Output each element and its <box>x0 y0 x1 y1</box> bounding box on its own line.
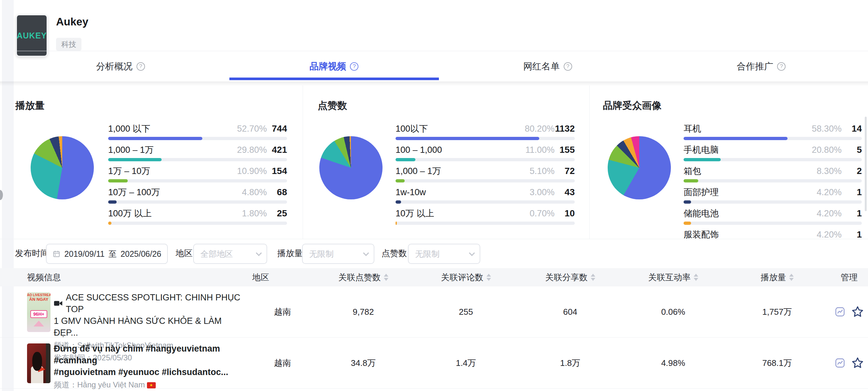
video-title[interactable]: ACE SUCCESS SPOTLIGHT: CHINH PHỤC TOP <box>54 292 241 315</box>
range-percent: 10.90% <box>237 166 267 177</box>
sort-icon[interactable] <box>694 274 698 281</box>
panel-brand-audience: 品牌受众画像 耳机 58.30% 14 手机电脑 20.80% 5 箱包 8.3… <box>590 85 868 239</box>
sort-icon[interactable] <box>384 274 389 281</box>
range-count: 72 <box>565 166 575 177</box>
chevron-down-icon <box>256 250 261 256</box>
panel-title: 播放量 <box>15 99 44 113</box>
sort-icon[interactable] <box>487 274 491 281</box>
range-count: 43 <box>565 187 575 198</box>
category-label: 面部护理 <box>684 187 719 198</box>
video-title-line2[interactable]: 1 GMV NGÀNH HÀNG SỨC KHỎE & LÀM ĐẸP... <box>54 315 241 338</box>
header-shares[interactable]: 关联分享数 <box>518 272 622 283</box>
tab-analysis-overview[interactable]: 分析概况 ? <box>14 51 227 82</box>
video-thumbnail[interactable]: ÀO LIVESTREA ĂN NGAY 96H+ <box>27 292 51 332</box>
video-title-line2[interactable]: #nguoivietnam #yeunuoc #lichsudantoc... <box>54 366 241 378</box>
header-region: 地区 <box>241 272 313 283</box>
header-likes[interactable]: 关联点赞数 <box>313 272 414 283</box>
sort-icon[interactable] <box>591 274 595 281</box>
category-percent: 20.80% <box>812 144 842 155</box>
brand-name: Aukey <box>56 16 88 28</box>
video-thumbnail[interactable] <box>27 343 51 383</box>
date-range-input[interactable]: 2019/09/11 至 2025/06/26 <box>46 244 168 264</box>
thumbnail-badge: 96H+ <box>30 310 47 318</box>
audience-pie-chart <box>608 136 671 200</box>
header-plays[interactable]: 播放量 <box>724 272 830 283</box>
video-channel-line: 频道：Hằng yêu Việt Nam★ <box>54 379 241 390</box>
charts-section: 播放量 1,000 以下 52.70% 744 1,000 – 1万 29.80… <box>0 85 868 239</box>
distribution-row: 100 – 1,000 11.00% 155 <box>396 144 575 164</box>
brand-logo-text: AUKEY <box>17 31 47 40</box>
video-table: 视频信息 地区 关联点赞数 关联评论数 关联分享数 关联互动率 播放量 管理 À… <box>0 268 868 389</box>
bar-track <box>684 179 862 182</box>
region-select[interactable]: 全部地区 <box>193 244 267 264</box>
help-icon[interactable]: ? <box>564 62 572 71</box>
bar-fill <box>108 221 112 225</box>
sort-icon[interactable] <box>789 274 794 281</box>
distribution-row: 1,000 – 1万 5.10% 72 <box>396 166 575 186</box>
bar-fill <box>396 179 405 182</box>
range-percent: 29.80% <box>237 144 267 155</box>
play-volume-pie-chart <box>31 136 94 200</box>
plays-select-value: 无限制 <box>309 249 334 259</box>
bar-track <box>108 158 287 161</box>
range-percent: 0.70% <box>529 208 555 219</box>
bar-track <box>684 200 862 204</box>
range-label: 1,000 – 1万 <box>396 166 441 177</box>
distribution-row: 耳机 58.30% 14 <box>684 123 862 143</box>
category-count: 2 <box>857 166 862 177</box>
header-comments[interactable]: 关联评论数 <box>414 272 518 283</box>
range-label: 10万 – 100万 <box>108 187 160 198</box>
bar-fill <box>396 221 397 225</box>
bar-track <box>684 221 862 225</box>
bar-fill <box>396 200 401 204</box>
likes-filter-label: 点赞数 <box>381 248 407 259</box>
help-icon[interactable]: ? <box>136 62 145 71</box>
video-info-cell: ÀO LIVESTREA ĂN NGAY 96H+ ACE SUCCESS SP… <box>0 287 241 337</box>
tab-brand-videos[interactable]: 品牌视频 ? <box>227 51 441 82</box>
bar-track <box>108 179 287 182</box>
likes-select[interactable]: 无限制 <box>408 244 480 264</box>
cell-shares: 1.8万 <box>518 357 622 369</box>
range-percent: 5.10% <box>529 166 555 177</box>
trend-chart-icon[interactable] <box>834 306 846 318</box>
distribution-row: 10万 以上 0.70% 10 <box>396 208 575 228</box>
bar-fill <box>684 221 691 225</box>
range-label: 100 – 1,000 <box>396 144 442 155</box>
bar-track <box>108 221 287 225</box>
distribution-row: 1,000 以下 52.70% 744 <box>108 123 287 143</box>
header-engagement[interactable]: 关联互动率 <box>622 272 724 283</box>
date-start[interactable]: 2019/09/11 <box>64 249 104 259</box>
plays-filter-label: 播放量 <box>277 248 303 259</box>
bar-track <box>684 158 862 161</box>
table-header-row: 视频信息 地区 关联点赞数 关联评论数 关联分享数 关联互动率 播放量 管理 <box>0 268 868 287</box>
help-icon[interactable]: ? <box>350 62 359 71</box>
cell-comments: 1.4万 <box>414 357 518 369</box>
bar-track <box>684 137 862 140</box>
favorite-star-icon[interactable] <box>851 305 864 318</box>
plays-select[interactable]: 无限制 <box>302 244 374 264</box>
bar-track <box>396 137 575 140</box>
range-count: 10 <box>565 208 575 219</box>
range-count: 421 <box>272 144 287 155</box>
category-percent: 4.20% <box>816 208 842 219</box>
tab-cooperation-promotion[interactable]: 合作推广 ? <box>655 51 868 82</box>
video-title[interactable]: Đừng để vụ này chìm #hangyeuvietnam #cam… <box>54 343 241 366</box>
range-count: 155 <box>559 144 575 155</box>
header-manage: 管理 <box>830 272 868 283</box>
date-end[interactable]: 2025/06/26 <box>121 249 161 259</box>
bar-fill <box>108 158 162 161</box>
tab-influencer-list[interactable]: 网红名单 ? <box>441 51 655 82</box>
channel-name[interactable]: Hằng yêu Việt Nam <box>77 380 145 389</box>
help-icon[interactable]: ? <box>777 62 785 71</box>
range-percent: 80.20% <box>525 123 555 134</box>
tab-label: 分析概况 <box>96 60 133 73</box>
region-label: 地区 <box>176 248 192 259</box>
range-label: 10万 以上 <box>396 208 434 219</box>
brand-logo: AUKEY <box>16 14 48 57</box>
range-count: 25 <box>277 208 287 219</box>
panel-scrollbar[interactable] <box>865 117 867 211</box>
thumbnail-arrow <box>34 321 44 327</box>
favorite-star-icon[interactable] <box>851 357 864 369</box>
category-count: 5 <box>857 144 862 155</box>
trend-chart-icon[interactable] <box>834 357 846 369</box>
